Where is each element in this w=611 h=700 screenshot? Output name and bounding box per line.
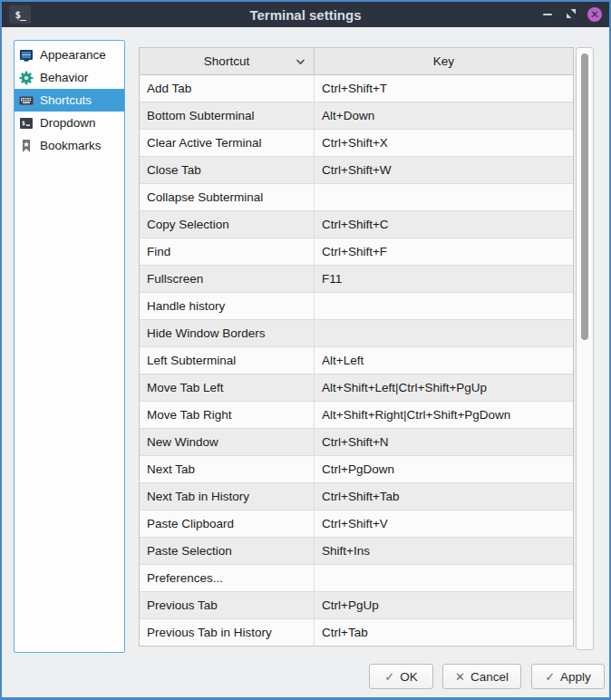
table-row[interactable]: Preferences... xyxy=(140,565,573,592)
key-cell[interactable]: Ctrl+Shift+N xyxy=(315,429,573,455)
sidebar[interactable]: AppearanceBehaviorShortcuts$DropdownBook… xyxy=(14,40,125,653)
table-row[interactable]: New WindowCtrl+Shift+N xyxy=(140,429,573,456)
key-cell[interactable]: Ctrl+Shift+X xyxy=(315,130,573,156)
table-row[interactable]: Move Tab RightAlt+Shift+Right|Ctrl+Shift… xyxy=(140,402,573,429)
shortcut-cell[interactable]: Preferences... xyxy=(140,565,315,591)
table-row[interactable]: Left SubterminalAlt+Left xyxy=(140,347,573,374)
shortcut-cell[interactable]: Hide Window Borders xyxy=(140,320,315,346)
shortcuts-icon xyxy=(19,93,34,108)
sidebar-item-dropdown[interactable]: $Dropdown xyxy=(15,112,124,134)
key-cell[interactable]: Ctrl+PgUp xyxy=(315,592,573,618)
table-row[interactable]: Clear Active TerminalCtrl+Shift+X xyxy=(140,130,573,157)
shortcut-cell[interactable]: Left Subterminal xyxy=(140,347,315,374)
key-cell[interactable]: Ctrl+Tab xyxy=(315,619,573,646)
table-scrollbar[interactable] xyxy=(576,47,594,650)
key-cell[interactable]: Ctrl+Shift+C xyxy=(315,211,573,238)
table-row[interactable]: Next TabCtrl+PgDown xyxy=(140,456,573,483)
key-cell[interactable]: Alt+Shift+Left|Ctrl+Shift+PgUp xyxy=(315,374,573,401)
restore-button[interactable] xyxy=(564,7,578,22)
shortcut-cell[interactable]: Previous Tab in History xyxy=(140,619,315,646)
key-cell[interactable] xyxy=(315,293,573,319)
shortcut-cell[interactable]: New Window xyxy=(140,429,315,455)
column-header-key[interactable]: Key xyxy=(315,48,573,74)
close-icon: ✕ xyxy=(590,9,599,20)
table-row[interactable]: Move Tab LeftAlt+Shift+Left|Ctrl+Shift+P… xyxy=(140,374,573,402)
table-row[interactable]: Paste SelectionShift+Ins xyxy=(140,538,573,565)
key-cell[interactable] xyxy=(315,320,573,346)
shortcut-cell[interactable]: Collapse Subterminal xyxy=(140,184,315,210)
shortcut-cell[interactable]: Fullscreen xyxy=(140,266,315,292)
key-cell[interactable]: Ctrl+Shift+Tab xyxy=(315,483,573,510)
table-row[interactable]: FullscreenF11 xyxy=(140,266,573,293)
shortcut-cell[interactable]: Clear Active Terminal xyxy=(140,130,315,156)
sidebar-item-shortcuts[interactable]: Shortcuts xyxy=(15,89,124,112)
close-button[interactable]: ✕ xyxy=(587,7,602,22)
table-row[interactable]: Add TabCtrl+Shift+T xyxy=(140,75,573,102)
table-row[interactable]: Collapse Subterminal xyxy=(140,184,573,211)
shortcut-cell[interactable]: Handle history xyxy=(140,293,315,319)
sidebar-item-appearance[interactable]: Appearance xyxy=(15,44,124,66)
table-row[interactable]: FindCtrl+Shift+F xyxy=(140,238,573,266)
shortcut-cell[interactable]: Move Tab Left xyxy=(140,374,315,401)
table-row[interactable]: Next Tab in HistoryCtrl+Shift+Tab xyxy=(140,483,573,510)
restore-icon xyxy=(566,6,577,23)
minimize-button[interactable] xyxy=(540,7,555,22)
shortcut-cell[interactable]: Bottom Subterminal xyxy=(140,102,315,129)
key-cell[interactable]: Alt+Down xyxy=(315,102,573,129)
svg-text:$: $ xyxy=(22,119,25,126)
key-cell[interactable] xyxy=(315,184,573,210)
key-cell[interactable]: Ctrl+Shift+T xyxy=(315,75,573,102)
table-row[interactable]: Hide Window Borders xyxy=(140,320,573,347)
key-cell[interactable] xyxy=(315,565,573,591)
shortcut-cell[interactable]: Add Tab xyxy=(140,75,315,102)
shortcut-cell[interactable]: Move Tab Right xyxy=(140,402,315,428)
scrollbar-thumb[interactable] xyxy=(581,53,588,340)
table-row[interactable]: Previous TabCtrl+PgUp xyxy=(140,592,573,619)
shortcut-table[interactable]: Shortcut Key Add TabCtrl+Shift+TBottom S… xyxy=(139,47,574,647)
sidebar-item-label: Appearance xyxy=(40,48,106,62)
key-cell[interactable]: Alt+Left xyxy=(315,347,573,374)
key-cell[interactable]: Shift+Ins xyxy=(315,538,573,564)
table-row[interactable]: Close TabCtrl+Shift+W xyxy=(140,157,573,184)
titlebar[interactable]: $_ Terminal settings ✕ xyxy=(2,2,609,27)
key-cell[interactable]: Ctrl+Shift+V xyxy=(315,510,573,537)
key-cell[interactable]: F11 xyxy=(315,266,573,292)
table-row[interactable]: Paste ClipboardCtrl+Shift+V xyxy=(140,510,573,538)
minimize-icon xyxy=(543,14,552,15)
shortcut-cell[interactable]: Paste Selection xyxy=(140,538,315,564)
sidebar-item-bookmarks[interactable]: Bookmarks xyxy=(15,134,124,157)
apply-button[interactable]: ✓ Apply xyxy=(531,664,605,689)
column-header-shortcut[interactable]: Shortcut xyxy=(140,48,315,74)
key-cell[interactable]: Ctrl+PgDown xyxy=(315,456,573,482)
key-cell[interactable]: Ctrl+Shift+F xyxy=(315,238,573,265)
chevron-down-icon xyxy=(296,58,306,64)
cancel-button[interactable]: ✕ Cancel xyxy=(442,664,521,689)
key-cell[interactable]: Ctrl+Shift+W xyxy=(315,157,573,183)
sidebar-item-behavior[interactable]: Behavior xyxy=(15,66,124,89)
shortcut-cell[interactable]: Paste Clipboard xyxy=(140,510,315,537)
table-row[interactable]: Copy SelectionCtrl+Shift+C xyxy=(140,211,573,238)
terminal-settings-dialog: $_ Terminal settings ✕ AppearanceBehavio… xyxy=(0,0,611,700)
table-row[interactable]: Handle history xyxy=(140,293,573,320)
appearance-icon xyxy=(19,48,34,63)
shortcut-cell[interactable]: Next Tab in History xyxy=(140,483,315,510)
shortcut-table-body: Add TabCtrl+Shift+TBottom SubterminalAlt… xyxy=(140,75,573,647)
shortcut-cell[interactable]: Previous Tab xyxy=(140,592,315,618)
window-title: Terminal settings xyxy=(2,7,609,23)
shortcut-cell[interactable]: Copy Selection xyxy=(140,211,315,238)
sidebar-item-label: Dropdown xyxy=(40,116,96,130)
key-cell[interactable]: Alt+Shift+Right|Ctrl+Shift+PgDown xyxy=(315,402,573,428)
ok-button[interactable]: ✓ OK xyxy=(369,664,433,689)
behavior-icon xyxy=(19,71,34,85)
bookmarks-icon xyxy=(19,139,34,153)
terminal-icon: $_ xyxy=(9,5,31,24)
dropdown-icon: $ xyxy=(19,116,34,131)
table-header: Shortcut Key xyxy=(140,48,573,75)
table-row[interactable]: Previous Tab in HistoryCtrl+Tab xyxy=(140,619,573,647)
shortcut-cell[interactable]: Close Tab xyxy=(140,157,315,183)
cross-icon: ✕ xyxy=(455,671,465,683)
check-icon: ✓ xyxy=(384,671,394,683)
shortcut-cell[interactable]: Next Tab xyxy=(140,456,315,482)
shortcut-cell[interactable]: Find xyxy=(140,238,315,265)
table-row[interactable]: Bottom SubterminalAlt+Down xyxy=(140,102,573,130)
